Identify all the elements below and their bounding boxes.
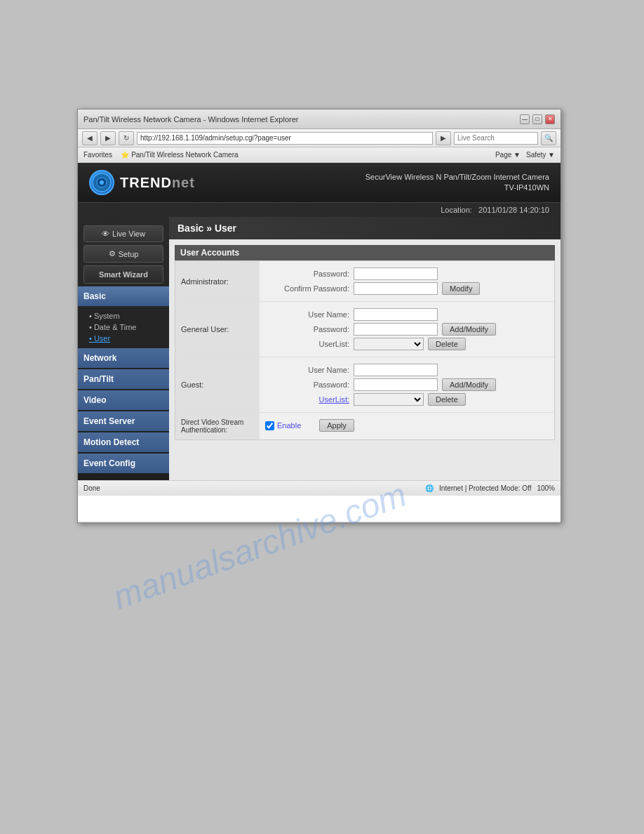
toolbar-tools: Page ▼ Safety ▼ <box>495 151 555 159</box>
guest-username-label: User Name: <box>265 366 349 374</box>
setup-icon: ⚙ <box>109 249 116 258</box>
admin-password-input[interactable] <box>354 267 438 280</box>
general-add-modify-button[interactable]: Add/Modify <box>442 323 496 336</box>
admin-modify-button[interactable]: Modify <box>442 282 480 295</box>
sidebar: 👁 Live View ⚙ Setup Smart Wizard Basic •… <box>78 217 169 480</box>
apply-button[interactable]: Apply <box>319 419 354 432</box>
guest-row: Guest: User Name: Password: Add/Modify <box>175 357 554 413</box>
user-section: Administrator: Password: Confirm Passwor… <box>175 260 555 440</box>
general-password-group: Password: Add/Modify <box>265 323 549 336</box>
sidebar-item-basic[interactable]: Basic <box>78 286 169 306</box>
security-icon: 🌐 <box>425 484 434 492</box>
guest-label: Guest: <box>175 357 260 412</box>
go-button[interactable]: ▶ <box>436 131 451 145</box>
general-password-label: Password: <box>265 325 349 333</box>
forward-button[interactable]: ▶ <box>100 131 116 145</box>
safety-tool[interactable]: Safety ▼ <box>526 151 555 159</box>
live-view-button[interactable]: 👁 Live View <box>83 225 163 242</box>
guest-password-label: Password: <box>265 380 349 389</box>
live-view-icon: 👁 <box>102 230 109 238</box>
general-password-input[interactable] <box>354 323 438 336</box>
fav-camera-link[interactable]: ⭐ Pan/Tilt Wireless Network Camera <box>121 151 238 159</box>
location-label: Location: <box>441 206 472 214</box>
direct-video-row: Direct Video Stream Authentication: Enab… <box>175 413 554 439</box>
direct-video-label: Direct Video Stream Authentication: <box>175 413 260 439</box>
general-username-group: User Name: <box>265 308 549 321</box>
general-userlist-group: UserList: Delete <box>265 338 549 350</box>
sidebar-basic-sub: • System • Date & Time • User <box>78 307 169 347</box>
location-bar: Location: 2011/01/28 14:20:10 <box>78 202 561 217</box>
administrator-fields: Password: Confirm Password: Modify <box>260 261 554 301</box>
fav-icon: ⭐ <box>121 151 129 159</box>
guest-password-group: Password: Add/Modify <box>265 378 549 391</box>
setup-button[interactable]: ⚙ Setup <box>83 245 163 263</box>
browser-title: Pan/Tilt Wireless Network Camera - Windo… <box>83 115 298 124</box>
guest-fields: User Name: Password: Add/Modify UserList <box>260 357 554 412</box>
guest-userlist-select[interactable] <box>354 393 424 406</box>
guest-username-input[interactable] <box>354 364 438 376</box>
page-breadcrumb: Basic » User <box>169 217 561 239</box>
enable-group: Enable Apply <box>265 419 549 432</box>
general-username-input[interactable] <box>354 308 438 321</box>
general-userlist-select[interactable] <box>354 338 424 350</box>
general-userlist-label: UserList: <box>265 340 349 348</box>
close-button[interactable]: ✕ <box>545 114 555 124</box>
status-text: Internet | Protected Mode: Off <box>439 484 531 492</box>
content-area: User Accounts Administrator: Password: <box>169 239 561 446</box>
guest-userlist-label: UserList: <box>265 395 349 404</box>
status-right: 🌐 Internet | Protected Mode: Off 100% <box>425 484 555 492</box>
sidebar-sub-datetime[interactable]: • Date & Time <box>86 322 169 333</box>
admin-confirm-password-input[interactable] <box>354 282 438 295</box>
direct-video-fields: Enable Apply <box>260 413 554 439</box>
sidebar-item-eventconfig[interactable]: Event Config <box>78 454 169 473</box>
refresh-button[interactable]: ↻ <box>119 131 134 145</box>
logo-icon <box>89 170 114 195</box>
administrator-row: Administrator: Password: Confirm Passwor… <box>175 261 554 302</box>
zoom-level: 100% <box>537 484 555 492</box>
guest-password-input[interactable] <box>354 378 438 391</box>
favorites-label[interactable]: Favorites <box>83 151 112 159</box>
sidebar-item-eventserver[interactable]: Event Server <box>78 411 169 431</box>
sidebar-sub-user[interactable]: • User <box>86 333 169 344</box>
back-button[interactable]: ◀ <box>82 131 98 145</box>
trendnet-logo: TRENDnet <box>89 170 195 195</box>
done-text: Done <box>83 484 100 492</box>
main-content: Basic » User User Accounts Administrator… <box>169 217 561 480</box>
enable-label[interactable]: Enable <box>265 421 301 430</box>
search-bar[interactable] <box>454 132 538 145</box>
sidebar-item-network[interactable]: Network <box>78 348 169 368</box>
page-tool[interactable]: Page ▼ <box>495 151 521 159</box>
general-delete-button[interactable]: Delete <box>428 338 466 350</box>
minimize-button[interactable]: — <box>520 114 530 124</box>
browser-window: Pan/Tilt Wireless Network Camera - Windo… <box>77 109 561 523</box>
sidebar-item-video[interactable]: Video <box>78 390 169 410</box>
guest-add-modify-button[interactable]: Add/Modify <box>442 378 496 391</box>
svg-point-2 <box>100 180 104 185</box>
general-username-label: User Name: <box>265 310 349 319</box>
sidebar-item-pantilt[interactable]: Pan/Tilt <box>78 369 169 389</box>
main-layout: 👁 Live View ⚙ Setup Smart Wizard Basic •… <box>78 217 561 480</box>
favorites-bar: Favorites ⭐ Pan/Tilt Wireless Network Ca… <box>78 147 561 163</box>
datetime: 2011/01/28 14:20:10 <box>478 206 549 214</box>
general-user-fields: User Name: Password: Add/Modify UserList <box>260 302 554 357</box>
general-user-label: General User: <box>175 302 260 357</box>
enable-checkbox[interactable] <box>265 421 274 430</box>
address-bar[interactable] <box>137 132 433 145</box>
administrator-label: Administrator: <box>175 261 260 301</box>
guest-userlist-group: UserList: Delete <box>265 393 549 406</box>
password-group: Password: <box>265 267 549 280</box>
guest-delete-button[interactable]: Delete <box>428 393 466 406</box>
search-button[interactable]: 🔍 <box>541 131 556 145</box>
smart-wizard-button[interactable]: Smart Wizard <box>83 265 163 284</box>
logo-text: TRENDnet <box>120 175 195 191</box>
guest-username-group: User Name: <box>265 364 549 376</box>
section-title: User Accounts <box>175 245 555 260</box>
sidebar-sub-system[interactable]: • System <box>86 310 169 322</box>
general-user-row: General User: User Name: Password: Add/M… <box>175 302 554 357</box>
sidebar-item-motiondetect[interactable]: Motion Detect <box>78 432 169 452</box>
window-controls: — □ ✕ <box>520 114 555 124</box>
camera-header: TRENDnet SecurView Wireless N Pan/Tilt/Z… <box>78 163 561 202</box>
maximize-button[interactable]: □ <box>532 114 542 124</box>
status-bar: Done 🌐 Internet | Protected Mode: Off 10… <box>78 480 561 496</box>
browser-toolbar: ◀ ▶ ↻ ▶ 🔍 <box>78 129 561 147</box>
